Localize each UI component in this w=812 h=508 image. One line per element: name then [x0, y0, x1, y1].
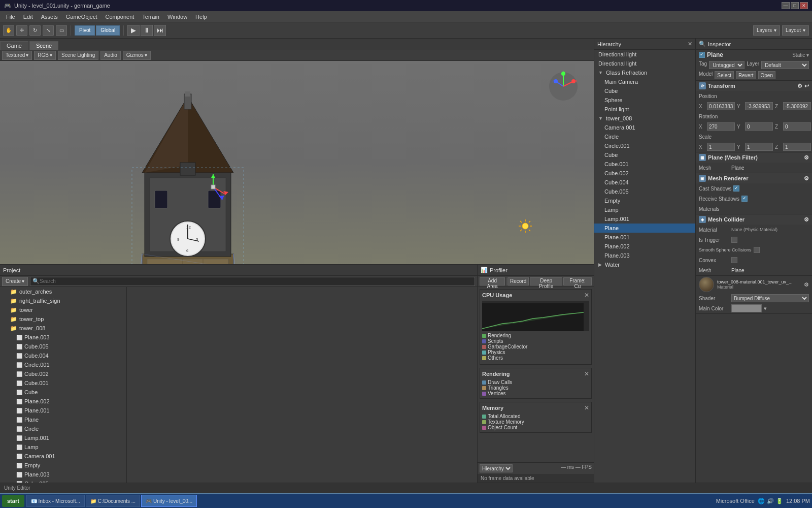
menu-item-file[interactable]: File — [2, 13, 19, 21]
menu-item-window[interactable]: Window — [163, 13, 191, 21]
project-item[interactable]: ⬜Plane.003 — [0, 333, 126, 342]
record-btn[interactable]: Record — [507, 277, 529, 285]
project-item[interactable]: ⬜Circle — [0, 424, 126, 433]
transform-gear[interactable]: ⚙ — [797, 83, 802, 89]
hierarchy-item[interactable]: Circle — [594, 132, 695, 141]
project-item[interactable]: ⬜Cube.005 — [0, 342, 126, 351]
mesh-renderer-gear[interactable]: ⚙ — [804, 175, 809, 182]
color-arrow[interactable]: ▾ — [764, 305, 767, 312]
scene-option-2[interactable]: Audio — [100, 51, 121, 60]
hierarchy-close[interactable]: ✕ — [688, 41, 692, 47]
expand-arrow[interactable]: ▼ — [598, 70, 603, 75]
rot-y[interactable] — [745, 122, 773, 131]
scale-x[interactable] — [707, 143, 735, 151]
play-button[interactable]: ▶ — [127, 25, 140, 36]
hierarchy-item[interactable]: Empty — [594, 196, 695, 205]
hierarchy-item[interactable]: Point light — [594, 105, 695, 114]
convex-check[interactable] — [731, 257, 737, 263]
project-item[interactable]: ⬜Plane — [0, 415, 126, 424]
project-item[interactable]: ⬜Lamp — [0, 442, 126, 452]
hierarchy-item[interactable]: ▼Glass Refraction — [594, 68, 695, 77]
hierarchy-select[interactable]: Hierarchy — [480, 464, 513, 472]
open-btn[interactable]: Open — [758, 71, 775, 79]
rot-z[interactable] — [783, 122, 811, 131]
project-item[interactable]: 📁tower_top — [0, 314, 126, 324]
global-button[interactable]: Global — [96, 25, 120, 36]
project-item[interactable]: ⬜Cube — [0, 388, 126, 397]
rotate-tool[interactable]: ↻ — [29, 25, 41, 36]
rect-tool[interactable]: ▭ — [56, 25, 67, 36]
project-item[interactable]: ⬜Cube.004 — [0, 351, 126, 360]
start-button[interactable]: start — [2, 495, 24, 507]
step-button[interactable]: ⏭ — [154, 25, 166, 36]
receive-shadows-check[interactable] — [741, 196, 748, 202]
create-btn[interactable]: Create ▾ — [2, 277, 28, 286]
close-btn[interactable]: ✕ — [800, 2, 808, 9]
hierarchy-item[interactable]: Plane.002 — [594, 242, 695, 251]
mesh-collider-gear[interactable]: ⚙ — [804, 216, 809, 223]
layer-select[interactable]: Default — [761, 61, 809, 69]
hierarchy-item[interactable]: Cube — [594, 86, 695, 96]
viewport[interactable]: 12 3 6 9 — [0, 61, 594, 264]
layout-dropdown[interactable]: Layout ▾ — [782, 25, 809, 36]
expand-arrow[interactable]: ▶ — [598, 262, 602, 267]
project-item[interactable]: 📁outer_arches — [0, 287, 126, 296]
hierarchy-item[interactable]: Cube.002 — [594, 169, 695, 178]
scale-z[interactable] — [783, 143, 811, 151]
project-item[interactable]: ⬜Cube.002 — [0, 369, 126, 378]
menu-item-edit[interactable]: Edit — [19, 13, 37, 21]
tab-game[interactable]: Game — [0, 41, 28, 50]
hierarchy-item[interactable]: Cube.004 — [594, 178, 695, 187]
pivot-button[interactable]: Pivot — [75, 25, 95, 36]
rgb-mode[interactable]: RGB ▾ — [34, 51, 56, 60]
hierarchy-item[interactable]: ▶Water — [594, 260, 695, 269]
hierarchy-item[interactable]: Plane.001 — [594, 233, 695, 242]
mesh-filter-gear[interactable]: ⚙ — [804, 154, 809, 161]
menu-item-assets[interactable]: Assets — [37, 13, 62, 21]
deep-profile-btn[interactable]: Deep Profile — [530, 277, 562, 285]
shader-select[interactable]: Bumped Diffuse — [731, 294, 809, 302]
project-item[interactable]: ⬜Plane.002 — [0, 397, 126, 406]
project-item[interactable]: ⬜Plane.001 — [0, 406, 126, 415]
memory-close[interactable]: ✕ — [584, 404, 589, 411]
frame-cu-btn[interactable]: Frame: Cu — [563, 277, 592, 285]
hierarchy-item[interactable]: Plane — [594, 224, 695, 233]
hierarchy-item[interactable]: ▼tower_008 — [594, 114, 695, 123]
menu-item-terrain[interactable]: Terrain — [138, 13, 163, 21]
select-btn[interactable]: Select — [715, 71, 734, 79]
scene-option-3[interactable]: Gizmos ▾ — [123, 51, 151, 60]
search-input[interactable] — [40, 278, 472, 284]
scene-option-1[interactable]: Scene Lighting — [58, 51, 98, 60]
layers-dropdown[interactable]: Layers ▾ — [753, 25, 780, 36]
taskbar-task[interactable]: 🎮 Unity - level_00... — [141, 495, 197, 507]
rot-x[interactable] — [707, 122, 735, 131]
revert-btn[interactable]: Revert — [736, 71, 756, 79]
hierarchy-item[interactable]: Sphere — [594, 96, 695, 105]
hierarchy-item[interactable]: Circle.001 — [594, 141, 695, 150]
tag-select[interactable]: Untagged — [709, 61, 745, 69]
pause-button[interactable]: ⏸ — [141, 25, 153, 36]
tab-scene[interactable]: Scene — [29, 41, 58, 50]
hierarchy-item[interactable]: Directional light — [594, 59, 695, 68]
project-item[interactable]: ⬜Empty — [0, 461, 126, 470]
scale-tool[interactable]: ⤡ — [43, 25, 54, 36]
is-trigger-check[interactable] — [731, 237, 737, 243]
project-item[interactable]: 📁tower_008 — [0, 324, 126, 333]
minimize-btn[interactable]: — — [782, 2, 790, 9]
rendering-close[interactable]: ✕ — [584, 370, 589, 377]
axis-gizmo[interactable]: Y X Z — [548, 71, 579, 102]
project-item[interactable]: ⬜Circle.001 — [0, 360, 126, 369]
object-active-check[interactable] — [699, 52, 705, 58]
smooth-sphere-check[interactable] — [754, 247, 760, 253]
hierarchy-item[interactable]: Lamp — [594, 205, 695, 214]
hierarchy-item[interactable]: Cube.001 — [594, 160, 695, 169]
menu-item-help[interactable]: Help — [191, 13, 211, 21]
pos-y[interactable] — [745, 102, 773, 110]
cast-shadows-check[interactable] — [733, 185, 739, 192]
transform-reset[interactable]: ↩ — [804, 83, 809, 89]
project-item[interactable]: ⬜Camera.001 — [0, 452, 126, 461]
pos-z[interactable] — [783, 102, 811, 110]
project-item[interactable]: ⬜Cube.005 — [0, 479, 126, 483]
pos-x[interactable] — [707, 102, 735, 110]
project-item[interactable]: ⬜Cube.001 — [0, 378, 126, 388]
